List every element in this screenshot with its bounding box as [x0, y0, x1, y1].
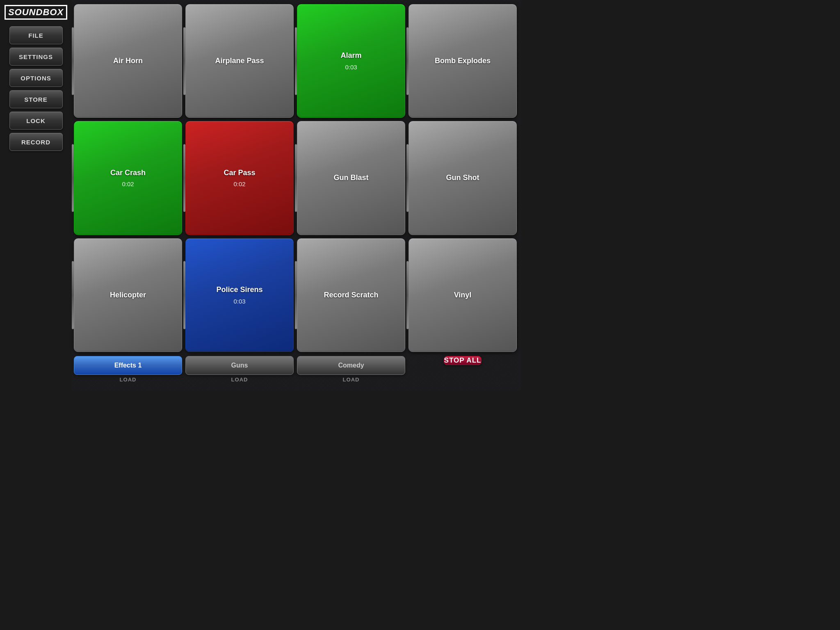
pad-gun-shot[interactable]: Gun Shot — [409, 121, 517, 235]
record-button[interactable]: RECORD — [9, 133, 63, 151]
sound-grid: Air Horn Airplane Pass Alarm 0:03 Bomb E… — [74, 4, 517, 352]
bank-comedy-load[interactable]: LOAD — [343, 377, 360, 383]
pad-airplane-pass[interactable]: Airplane Pass — [185, 4, 294, 118]
pad-car-pass[interactable]: Car Pass 0:02 — [185, 121, 294, 235]
logo-container: SOUNDBOX — [11, 5, 61, 20]
bank-guns: Guns LOAD — [185, 356, 294, 383]
lock-button[interactable]: LOCK — [9, 112, 63, 130]
stop-all-button[interactable]: STOP ALL — [444, 356, 482, 365]
pad-gun-blast[interactable]: Gun Blast — [297, 121, 405, 235]
bank-guns-button[interactable]: Guns — [185, 356, 294, 375]
main-content: Air Horn Airplane Pass Alarm 0:03 Bomb E… — [72, 0, 521, 390]
options-button[interactable]: OPTIONS — [9, 69, 63, 87]
sidebar: SOUNDBOX FILE SETTINGS OPTIONS STORE LOC… — [0, 0, 72, 390]
app-logo: SOUNDBOX — [5, 5, 67, 20]
store-button[interactable]: STORE — [9, 90, 63, 108]
bottom-bar: Effects 1 LOAD Guns LOAD Comedy LOAD STO… — [74, 354, 517, 387]
settings-button[interactable]: SETTINGS — [9, 48, 63, 66]
app-container: SOUNDBOX FILE SETTINGS OPTIONS STORE LOC… — [0, 0, 521, 390]
bank-comedy: Comedy LOAD — [297, 356, 405, 383]
bank-comedy-button[interactable]: Comedy — [297, 356, 405, 375]
file-button[interactable]: FILE — [9, 26, 63, 44]
pad-air-horn[interactable]: Air Horn — [74, 4, 182, 118]
pad-helicopter[interactable]: Helicopter — [74, 238, 182, 352]
stop-all-slot: STOP ALL — [409, 356, 517, 365]
pad-record-scratch[interactable]: Record Scratch — [297, 238, 405, 352]
bank-guns-load[interactable]: LOAD — [231, 377, 248, 383]
pad-police-sirens[interactable]: Police Sirens 0:03 — [185, 238, 294, 352]
pad-vinyl[interactable]: Vinyl — [409, 238, 517, 352]
pad-car-crash[interactable]: Car Crash 0:02 — [74, 121, 182, 235]
bank-effects1-button[interactable]: Effects 1 — [74, 356, 182, 375]
bank-effects1-load[interactable]: LOAD — [120, 377, 137, 383]
pad-alarm[interactable]: Alarm 0:03 — [297, 4, 405, 118]
pad-bomb-explodes[interactable]: Bomb Explodes — [409, 4, 517, 118]
bank-effects1: Effects 1 LOAD — [74, 356, 182, 383]
